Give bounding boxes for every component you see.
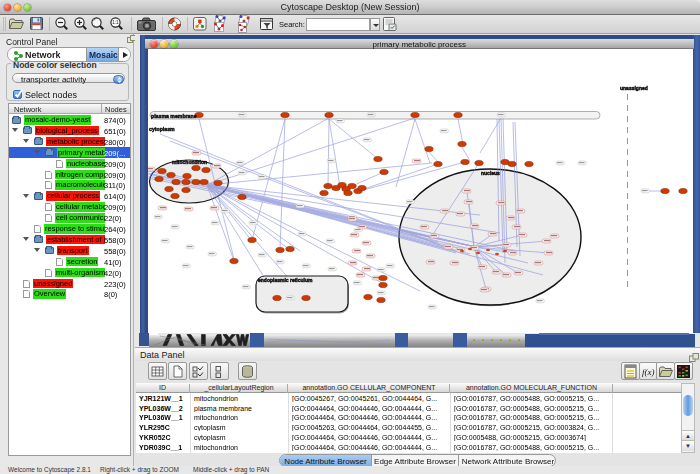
svg-text:plasma membrane: plasma membrane: [151, 113, 197, 119]
svg-text:1:1: 1:1: [112, 20, 119, 25]
svg-text:f(x): f(x): [642, 367, 655, 377]
svg-text:endoplasmic reticulum: endoplasmic reticulum: [258, 277, 313, 283]
svg-text:mitochondrion: mitochondrion: [172, 159, 207, 165]
svg-text:cytoplasm: cytoplasm: [149, 126, 175, 132]
svg-text:nucleus: nucleus: [481, 170, 500, 176]
svg-text:unassigned: unassigned: [620, 85, 648, 91]
